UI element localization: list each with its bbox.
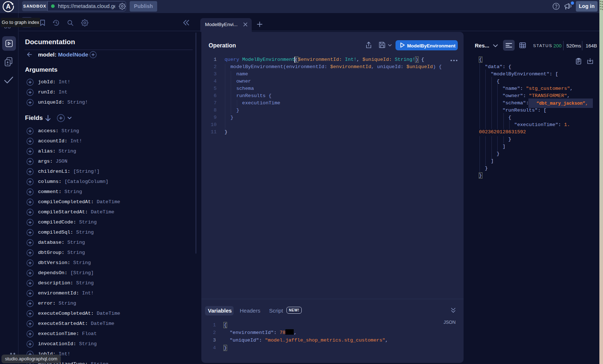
svg-text:A: A	[6, 3, 11, 10]
